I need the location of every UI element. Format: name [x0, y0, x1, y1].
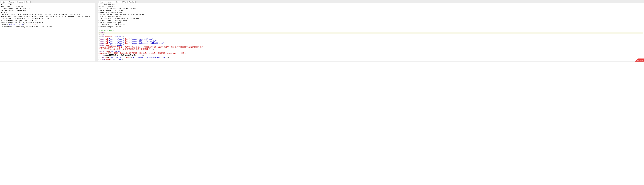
pane-divider[interactable]: [95, 0, 98, 62]
cookie-name: nts_mail_user: [9, 24, 23, 26]
tab-params[interactable]: Params: [7, 1, 16, 3]
response-raw-content[interactable]: HTTP/1.1 200 OK Server: openresty Date: …: [98, 3, 644, 61]
response-pane: RawHeadersHexHTMLRender HTTP/1.1 200 OK …: [98, 0, 644, 62]
response-tabbar: RawHeadersHexHTMLRender: [98, 0, 644, 3]
doctype-decl: <!DOCTYPE html>: [98, 30, 114, 32]
request-pane: RawParamsHeadersHex GET / HTTP/1.1 Host:…: [0, 0, 95, 62]
tab-hex[interactable]: Hex: [25, 1, 31, 3]
request-tabbar: RawParamsHeadersHex: [0, 0, 95, 3]
cookie-value: 123123:-1:0: [24, 24, 36, 26]
tab-headers[interactable]: Headers: [105, 1, 114, 3]
tab-headers[interactable]: Headers: [16, 1, 25, 3]
tab-html[interactable]: HTML: [120, 1, 128, 3]
tab-raw[interactable]: Raw: [1, 1, 7, 3]
tab-raw[interactable]: Raw: [99, 1, 105, 3]
tab-hex[interactable]: Hex: [114, 1, 120, 3]
tab-render[interactable]: Render: [128, 1, 136, 3]
watermark: IT运维空间: [634, 58, 644, 61]
request-raw-content[interactable]: GET / HTTP/1.1 Host: 126.jjfly.party Pro…: [0, 3, 95, 61]
